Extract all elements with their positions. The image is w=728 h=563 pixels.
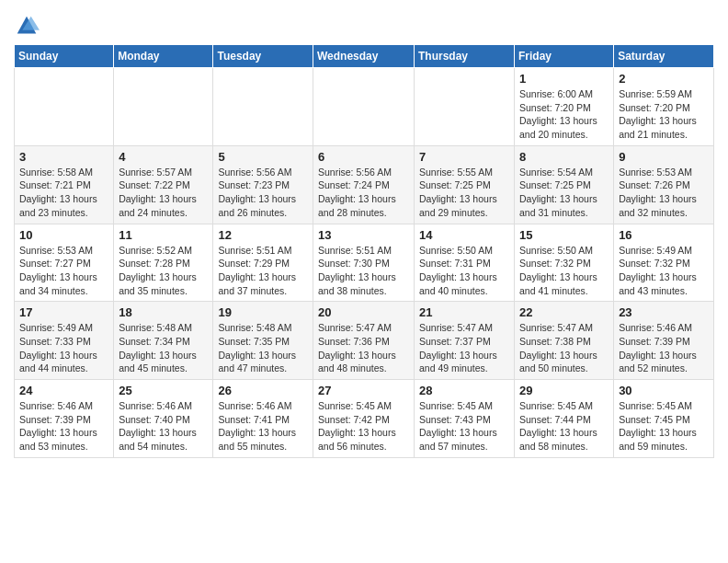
day-info: Sunrise: 5:55 AM Sunset: 7:25 PM Dayligh… [419, 166, 509, 220]
day-number: 12 [218, 228, 308, 242]
day-number: 25 [119, 384, 208, 397]
day-info: Sunrise: 5:59 AM Sunset: 7:20 PM Dayligh… [619, 87, 709, 142]
calendar: SundayMondayTuesdayWednesdayThursdayFrid… [14, 44, 714, 458]
calendar-cell: 25Sunrise: 5:46 AM Sunset: 7:40 PM Dayli… [114, 380, 213, 458]
day-number: 3 [19, 150, 108, 164]
calendar-cell: 27Sunrise: 5:45 AM Sunset: 7:42 PM Dayli… [313, 380, 415, 458]
calendar-cell: 19Sunrise: 5:48 AM Sunset: 7:35 PM Dayli… [213, 302, 313, 380]
day-info: Sunrise: 5:46 AM Sunset: 7:39 PM Dayligh… [619, 321, 709, 375]
calendar-cell: 18Sunrise: 5:48 AM Sunset: 7:34 PM Dayli… [114, 302, 213, 380]
day-info: Sunrise: 5:52 AM Sunset: 7:28 PM Dayligh… [119, 244, 208, 298]
calendar-cell: 28Sunrise: 5:45 AM Sunset: 7:43 PM Dayli… [415, 380, 515, 458]
day-number: 10 [19, 228, 108, 242]
calendar-cell: 26Sunrise: 5:46 AM Sunset: 7:41 PM Dayli… [213, 380, 313, 458]
day-number: 20 [318, 305, 409, 319]
weekday-header-monday: Monday [114, 45, 213, 68]
calendar-cell: 17Sunrise: 5:49 AM Sunset: 7:33 PM Dayli… [15, 302, 114, 380]
calendar-cell: 9Sunrise: 5:53 AM Sunset: 7:26 PM Daylig… [614, 145, 714, 224]
calendar-cell: 11Sunrise: 5:52 AM Sunset: 7:28 PM Dayli… [114, 224, 213, 302]
day-info: Sunrise: 5:49 AM Sunset: 7:32 PM Dayligh… [619, 244, 709, 298]
day-info: Sunrise: 5:46 AM Sunset: 7:41 PM Dayligh… [218, 399, 308, 454]
day-info: Sunrise: 5:58 AM Sunset: 7:21 PM Dayligh… [19, 166, 108, 220]
calendar-cell [114, 68, 213, 146]
day-number: 27 [318, 384, 409, 397]
day-info: Sunrise: 5:47 AM Sunset: 7:38 PM Dayligh… [519, 321, 609, 375]
calendar-cell: 3Sunrise: 5:58 AM Sunset: 7:21 PM Daylig… [15, 145, 114, 224]
day-info: Sunrise: 5:57 AM Sunset: 7:22 PM Dayligh… [119, 166, 208, 220]
day-info: Sunrise: 5:54 AM Sunset: 7:25 PM Dayligh… [519, 166, 609, 220]
calendar-week-3: 10Sunrise: 5:53 AM Sunset: 7:27 PM Dayli… [15, 224, 714, 302]
day-number: 9 [619, 150, 709, 164]
logo-icon [14, 13, 40, 39]
day-number: 28 [419, 384, 509, 397]
calendar-cell: 2Sunrise: 5:59 AM Sunset: 7:20 PM Daylig… [614, 68, 714, 146]
day-number: 26 [218, 384, 308, 397]
calendar-cell: 24Sunrise: 5:46 AM Sunset: 7:39 PM Dayli… [15, 380, 114, 458]
calendar-week-4: 17Sunrise: 5:49 AM Sunset: 7:33 PM Dayli… [15, 302, 714, 380]
calendar-cell [415, 68, 515, 146]
day-info: Sunrise: 5:48 AM Sunset: 7:34 PM Dayligh… [119, 321, 208, 375]
day-info: Sunrise: 5:51 AM Sunset: 7:29 PM Dayligh… [218, 244, 308, 298]
calendar-cell: 8Sunrise: 5:54 AM Sunset: 7:25 PM Daylig… [515, 145, 614, 224]
day-info: Sunrise: 5:47 AM Sunset: 7:37 PM Dayligh… [419, 321, 509, 375]
weekday-header-wednesday: Wednesday [313, 45, 415, 68]
day-info: Sunrise: 5:50 AM Sunset: 7:32 PM Dayligh… [519, 244, 609, 298]
weekday-header-tuesday: Tuesday [213, 45, 313, 68]
weekday-header-thursday: Thursday [415, 45, 515, 68]
header [14, 9, 714, 39]
day-number: 29 [519, 384, 609, 397]
day-number: 1 [519, 72, 609, 86]
calendar-cell: 7Sunrise: 5:55 AM Sunset: 7:25 PM Daylig… [415, 145, 515, 224]
day-number: 24 [19, 384, 108, 397]
day-number: 13 [318, 228, 409, 242]
day-number: 14 [419, 228, 509, 242]
calendar-cell [15, 68, 114, 146]
calendar-cell: 20Sunrise: 5:47 AM Sunset: 7:36 PM Dayli… [313, 302, 415, 380]
calendar-cell: 15Sunrise: 5:50 AM Sunset: 7:32 PM Dayli… [515, 224, 614, 302]
day-number: 17 [19, 305, 108, 319]
calendar-header: SundayMondayTuesdayWednesdayThursdayFrid… [15, 45, 714, 68]
day-number: 8 [519, 150, 609, 164]
day-info: Sunrise: 5:53 AM Sunset: 7:27 PM Dayligh… [19, 244, 108, 298]
day-number: 22 [519, 305, 609, 319]
calendar-cell: 16Sunrise: 5:49 AM Sunset: 7:32 PM Dayli… [614, 224, 714, 302]
day-info: Sunrise: 5:45 AM Sunset: 7:43 PM Dayligh… [419, 399, 509, 454]
day-number: 19 [218, 305, 308, 319]
calendar-body: 1Sunrise: 6:00 AM Sunset: 7:20 PM Daylig… [15, 68, 714, 458]
day-number: 4 [119, 150, 208, 164]
day-number: 11 [119, 228, 208, 242]
calendar-cell: 23Sunrise: 5:46 AM Sunset: 7:39 PM Dayli… [614, 302, 714, 380]
day-info: Sunrise: 5:56 AM Sunset: 7:24 PM Dayligh… [318, 166, 409, 220]
calendar-cell: 5Sunrise: 5:56 AM Sunset: 7:23 PM Daylig… [213, 145, 313, 224]
day-number: 21 [419, 305, 509, 319]
calendar-cell: 13Sunrise: 5:51 AM Sunset: 7:30 PM Dayli… [313, 224, 415, 302]
day-info: Sunrise: 5:51 AM Sunset: 7:30 PM Dayligh… [318, 244, 409, 298]
weekday-header-row: SundayMondayTuesdayWednesdayThursdayFrid… [15, 45, 714, 68]
day-info: Sunrise: 5:49 AM Sunset: 7:33 PM Dayligh… [19, 321, 108, 375]
calendar-week-1: 1Sunrise: 6:00 AM Sunset: 7:20 PM Daylig… [15, 68, 714, 146]
day-number: 30 [619, 384, 709, 397]
day-info: Sunrise: 5:53 AM Sunset: 7:26 PM Dayligh… [619, 166, 709, 220]
day-info: Sunrise: 6:00 AM Sunset: 7:20 PM Dayligh… [519, 87, 609, 142]
day-info: Sunrise: 5:45 AM Sunset: 7:42 PM Dayligh… [318, 399, 409, 454]
calendar-cell [213, 68, 313, 146]
day-info: Sunrise: 5:45 AM Sunset: 7:45 PM Dayligh… [619, 399, 709, 454]
calendar-cell: 6Sunrise: 5:56 AM Sunset: 7:24 PM Daylig… [313, 145, 415, 224]
calendar-week-2: 3Sunrise: 5:58 AM Sunset: 7:21 PM Daylig… [15, 145, 714, 224]
day-info: Sunrise: 5:46 AM Sunset: 7:39 PM Dayligh… [19, 399, 108, 454]
day-number: 7 [419, 150, 509, 164]
day-number: 5 [218, 150, 308, 164]
weekday-header-saturday: Saturday [614, 45, 714, 68]
calendar-cell: 10Sunrise: 5:53 AM Sunset: 7:27 PM Dayli… [15, 224, 114, 302]
day-number: 23 [619, 305, 709, 319]
day-info: Sunrise: 5:46 AM Sunset: 7:40 PM Dayligh… [119, 399, 208, 454]
day-number: 6 [318, 150, 409, 164]
day-info: Sunrise: 5:50 AM Sunset: 7:31 PM Dayligh… [419, 244, 509, 298]
day-number: 16 [619, 228, 709, 242]
day-info: Sunrise: 5:56 AM Sunset: 7:23 PM Dayligh… [218, 166, 308, 220]
calendar-week-5: 24Sunrise: 5:46 AM Sunset: 7:39 PM Dayli… [15, 380, 714, 458]
calendar-cell: 12Sunrise: 5:51 AM Sunset: 7:29 PM Dayli… [213, 224, 313, 302]
weekday-header-sunday: Sunday [15, 45, 114, 68]
weekday-header-friday: Friday [515, 45, 614, 68]
calendar-cell: 29Sunrise: 5:45 AM Sunset: 7:44 PM Dayli… [515, 380, 614, 458]
